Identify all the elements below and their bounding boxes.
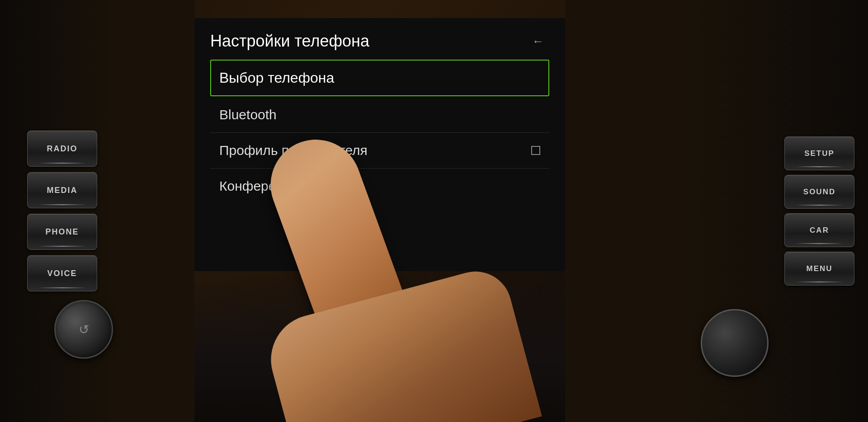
media-button[interactable]: MEDIA [27,172,97,208]
sound-button[interactable]: SOUND [784,175,854,209]
menu-item-label: Конференция [219,178,306,194]
screen-content: Настройки телефона ← Выбор телефона Blue… [194,18,565,271]
infotainment-screen: Настройки телефона ← Выбор телефона Blue… [194,18,565,271]
back-button[interactable]: ← [527,32,549,50]
right-button-panel: SETUP SOUND CAR MENU [784,136,854,286]
menu-item-conference[interactable]: Конференция [210,169,549,204]
menu-item-label: Профиль пользователя [219,143,368,158]
left-button-panel: RADIO MEDIA PHONE VOICE [27,131,97,291]
menu-item-label: Выбор телефона [219,70,334,86]
voice-button[interactable]: VOICE [27,255,97,291]
dashboard: RADIO MEDIA PHONE VOICE Настройки телефо… [0,0,868,422]
bottom-panel-bg [194,264,565,422]
screen-header: Настройки телефона ← [210,32,549,51]
menu-item-label: Bluetooth [219,107,277,122]
radio-button[interactable]: RADIO [27,131,97,167]
right-control-knob[interactable] [701,309,769,377]
menu-item-phone-select[interactable]: Выбор телефона [210,60,549,96]
profile-checkbox[interactable] [531,146,540,155]
menu-button[interactable]: MENU [784,252,854,286]
phone-button[interactable]: PHONE [27,214,97,250]
menu-item-bluetooth[interactable]: Bluetooth [210,97,549,133]
setup-button[interactable]: SETUP [784,136,854,170]
left-control-knob[interactable]: ↺ [54,300,113,359]
back-arrow-icon: ← [532,34,544,48]
car-button[interactable]: CAR [784,213,854,247]
menu-list: Выбор телефона Bluetooth Профиль пользов… [210,60,549,204]
menu-item-profile[interactable]: Профиль пользователя [210,133,549,169]
power-icon: ↺ [79,322,89,337]
screen-title: Настройки телефона [210,32,369,51]
